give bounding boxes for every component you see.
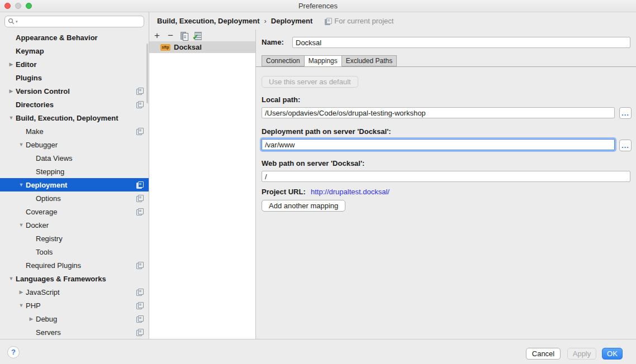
sidebar-item-label: Plugins	[16, 74, 42, 82]
sidebar-item-label: Debugger	[26, 141, 58, 149]
for-current-project-icon	[136, 315, 143, 322]
sidebar-item-options[interactable]: Options	[0, 191, 149, 205]
chevron-right-icon[interactable]: ▶	[7, 88, 16, 94]
sidebar-item-label: Make	[26, 127, 44, 136]
sidebar-item-label: Required Plugins	[26, 261, 81, 270]
local-path-label: Local path:	[262, 95, 300, 104]
sidebar-item-data-views[interactable]: Data Views	[0, 151, 149, 165]
close-window-button[interactable]	[4, 3, 11, 9]
sidebar-item-keymap[interactable]: Keymap	[0, 44, 149, 58]
sidebar-item-label: JavaScript	[26, 288, 60, 296]
for-current-project-icon	[136, 208, 143, 215]
chevron-down-icon[interactable]: ▼	[17, 222, 26, 228]
sidebar-item-deployment[interactable]: ▼Deployment	[0, 178, 149, 191]
project-url-link[interactable]: http://drupaltest.docksal/	[311, 188, 390, 196]
for-current-project-icon	[136, 302, 143, 309]
sidebar-item-debugger[interactable]: ▼Debugger	[0, 138, 149, 151]
add-server-button[interactable]: +	[153, 31, 162, 40]
project-url-label: Project URL:	[262, 188, 306, 196]
name-input[interactable]	[292, 37, 630, 48]
sidebar-item-label: Build, Execution, Deployment	[16, 114, 118, 122]
web-path-input[interactable]	[262, 171, 630, 182]
ok-button[interactable]: OK	[602, 348, 623, 360]
for-current-project-icon	[136, 262, 143, 269]
help-button[interactable]: ?	[7, 346, 20, 358]
sidebar-item-label: Keymap	[16, 47, 44, 55]
deployment-path-input[interactable]	[262, 139, 615, 150]
for-current-project-icon	[136, 195, 143, 202]
tab-mappings[interactable]: Mappings	[304, 55, 342, 67]
sidebar-item-debug[interactable]: ▶Debug	[0, 312, 149, 325]
local-path-input[interactable]	[262, 107, 615, 118]
chevron-down-icon[interactable]: ▼	[7, 115, 16, 121]
sidebar-item-label: Registry	[36, 234, 63, 243]
sidebar-item-php[interactable]: ▼PHP	[0, 299, 149, 312]
sidebar-item-languages-frameworks[interactable]: ▼Languages & Frameworks	[0, 272, 149, 285]
sidebar-item-docker[interactable]: ▼Docker	[0, 218, 149, 232]
sidebar-item-required-plugins[interactable]: Required Plugins	[0, 258, 149, 272]
copy-server-button[interactable]	[179, 31, 188, 40]
use-server-as-default-button[interactable]	[193, 31, 202, 40]
sidebar-item-label: Docker	[26, 221, 49, 229]
sftp-server-icon: sftp	[160, 44, 170, 51]
sidebar-item-editor[interactable]: ▶Editor	[0, 58, 149, 71]
sidebar-item-label: Servers	[36, 328, 61, 337]
sidebar-item-directories[interactable]: Directories	[0, 98, 149, 111]
settings-search[interactable]: ▾	[4, 16, 144, 27]
sidebar-item-label: Debug	[36, 315, 57, 323]
sidebar-item-registry[interactable]: Registry	[0, 232, 149, 245]
sidebar-item-javascript[interactable]: ▶JavaScript	[0, 285, 149, 299]
sidebar-item-label: Data Views	[36, 154, 73, 162]
sidebar-item-version-control[interactable]: ▶Version Control	[0, 84, 149, 98]
local-path-browse-button[interactable]: ...	[619, 107, 632, 119]
settings-sidebar: ▾ Appearance & BehaviorKeymap▶EditorPlug…	[0, 12, 149, 339]
for-current-project-icon	[136, 101, 143, 108]
chevron-right-icon[interactable]: ▶	[27, 316, 36, 322]
titlebar[interactable]: Preferences	[0, 0, 636, 12]
chevron-down-icon[interactable]: ▼	[17, 303, 26, 308]
name-label: Name:	[262, 38, 284, 46]
settings-tree: Appearance & BehaviorKeymap▶EditorPlugin…	[0, 31, 149, 339]
sidebar-item-stepping[interactable]: Stepping	[0, 165, 149, 178]
sidebar-item-label: Stepping	[36, 167, 64, 176]
breadcrumb-section: Build, Execution, Deployment	[157, 17, 259, 25]
sidebar-item-servers[interactable]: Servers	[0, 325, 149, 339]
deployment-path-browse-button[interactable]: ...	[619, 140, 632, 151]
sidebar-item-appearance-behavior[interactable]: Appearance & Behavior	[0, 31, 149, 44]
sidebar-item-plugins[interactable]: Plugins	[0, 71, 149, 84]
zoom-window-button[interactable]	[26, 3, 32, 9]
server-item-docksal[interactable]: sftpDocksal	[149, 41, 255, 53]
chevron-down-icon[interactable]: ▼	[7, 276, 16, 281]
search-options-caret-icon[interactable]: ▾	[16, 20, 18, 23]
minimize-window-button	[15, 3, 21, 9]
cancel-button[interactable]: Cancel	[526, 348, 561, 360]
use-server-as-default-button[interactable]: Use this server as default	[262, 76, 358, 88]
tab-connection[interactable]: Connection	[262, 55, 305, 66]
sidebar-item-label: PHP	[26, 301, 41, 310]
deployment-form: Name: ConnectionMappingsExcluded Paths U…	[256, 12, 636, 339]
sidebar-item-coverage[interactable]: Coverage	[0, 205, 149, 218]
sidebar-item-tools[interactable]: Tools	[0, 245, 149, 258]
remove-server-button[interactable]: −	[166, 31, 175, 40]
search-input[interactable]	[18, 17, 141, 26]
traffic-lights	[4, 3, 32, 9]
sidebar-item-make[interactable]: Make	[0, 124, 149, 138]
apply-button[interactable]: Apply	[567, 348, 596, 360]
sidebar-item-label: Deployment	[26, 181, 67, 189]
tab-excluded-paths[interactable]: Excluded Paths	[341, 55, 397, 66]
form-tabs: ConnectionMappingsExcluded Paths	[262, 55, 396, 67]
for-current-project-icon	[136, 181, 143, 188]
web-path-label: Web path on server 'Docksal':	[262, 159, 364, 167]
server-item-label: Docksal	[174, 43, 202, 51]
add-another-mapping-button[interactable]: Add another mapping	[262, 200, 345, 212]
sidebar-item-label: Options	[36, 194, 61, 203]
server-list: sftpDocksal	[149, 41, 255, 339]
sidebar-scrollbar-thumb[interactable]	[146, 44, 148, 103]
chevron-down-icon[interactable]: ▼	[17, 142, 26, 147]
chevron-right-icon[interactable]: ▶	[17, 289, 26, 295]
chevron-right-icon[interactable]: ▶	[7, 61, 16, 67]
sidebar-item-label: Tools	[36, 248, 53, 256]
sidebar-item-build-execution-deployment[interactable]: ▼Build, Execution, Deployment	[0, 111, 149, 124]
sidebar-item-label: Languages & Frameworks	[16, 275, 106, 283]
chevron-down-icon[interactable]: ▼	[17, 182, 26, 188]
